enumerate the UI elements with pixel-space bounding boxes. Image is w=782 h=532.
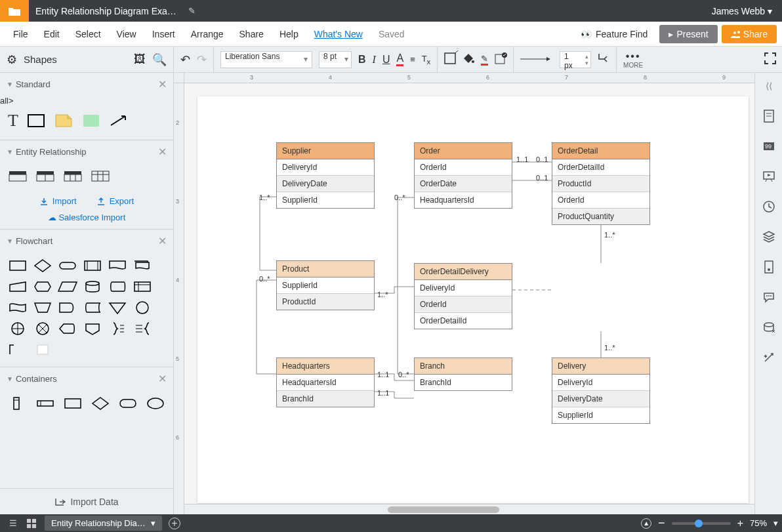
autoscroll-icon[interactable]: ▲	[641, 518, 651, 529]
fc-manual-op[interactable]	[33, 300, 52, 316]
fc-brace-r[interactable]	[108, 321, 127, 337]
more-button[interactable]: •••MORE	[623, 51, 643, 69]
footer-grid-icon[interactable]	[22, 516, 41, 531]
text-format-button[interactable]: Tx	[422, 54, 430, 66]
line-color-button[interactable]: ✎	[481, 54, 488, 66]
import-link[interactable]: Import	[39, 196, 77, 206]
salesforce-import-link[interactable]: ☁ Salesforce Import	[48, 213, 126, 222]
line-style-button[interactable]	[520, 54, 553, 64]
page-tab[interactable]: Entity Relationship Dia…▾	[45, 516, 162, 531]
fc-blank[interactable]	[33, 342, 52, 358]
magic-icon[interactable]	[761, 350, 777, 365]
present-button[interactable]: ▸ Present	[659, 25, 717, 43]
fc-data[interactable]	[58, 279, 77, 295]
zoom-dropdown-icon[interactable]: ▾	[773, 518, 778, 528]
close-icon[interactable]: ✕	[158, 235, 167, 247]
menu-file[interactable]: File	[5, 25, 36, 43]
entity-delivery[interactable]: DeliveryDeliveryIdDeliveryDateSupplierId	[552, 358, 650, 424]
folder-icon[interactable]	[0, 0, 29, 22]
menu-whatsnew[interactable]: What's New	[306, 25, 371, 43]
fc-tape[interactable]	[8, 300, 28, 316]
search-icon[interactable]: 🔍	[152, 52, 167, 67]
group-standard-label[interactable]: Standard	[16, 79, 51, 89]
fc-connector[interactable]	[133, 300, 152, 316]
data-icon[interactable]	[761, 259, 777, 275]
collapse-dock-icon[interactable]: ⟨⟨	[761, 78, 777, 94]
er-shape-3[interactable]	[63, 169, 83, 184]
footer-list-icon[interactable]: ☰	[4, 516, 22, 531]
underline-button[interactable]: U	[382, 54, 390, 66]
cont-6[interactable]	[146, 396, 165, 411]
tab-dropdown-icon[interactable]: ▾	[151, 518, 155, 528]
fill-button[interactable]	[463, 52, 474, 66]
history-icon[interactable]	[761, 199, 777, 215]
fc-offpage[interactable]	[83, 321, 102, 337]
font-select[interactable]: Liberation Sans▾	[220, 51, 312, 68]
cont-2[interactable]	[35, 396, 55, 411]
fc-direct-data[interactable]	[108, 279, 127, 295]
menu-insert[interactable]: Insert	[144, 25, 183, 43]
fc-process[interactable]	[8, 258, 28, 274]
fc-internal[interactable]	[133, 279, 152, 295]
text-color-button[interactable]: A	[396, 52, 403, 66]
text-shape[interactable]: T	[8, 111, 18, 131]
menu-select[interactable]: Select	[68, 25, 109, 43]
layers-icon[interactable]	[761, 229, 777, 245]
close-icon[interactable]: ✕	[158, 78, 167, 91]
comments-icon[interactable]: 99	[761, 138, 777, 154]
canvas-area[interactable]: 3 4 5 6 7 8 9 2 3 4 5 6 1..* 0..* 0..* 1…	[174, 73, 754, 514]
group-flowchart-label[interactable]: Flowchart	[16, 236, 52, 246]
zoom-slider[interactable]	[672, 522, 731, 525]
shapes-gear-icon[interactable]: ⚙	[7, 52, 17, 67]
zoom-in-button[interactable]: +	[737, 518, 743, 529]
linewidth-select[interactable]: 1 px▴▾	[560, 51, 591, 68]
entity-orderdetail[interactable]: OrderDetailOrderDetailIdProductIdOrderId…	[552, 142, 650, 225]
align-button[interactable]: ≡	[410, 54, 415, 64]
cont-4[interactable]	[91, 396, 110, 411]
entity-order[interactable]: OrderOrderIdOrderDateHeadquartersId	[414, 142, 512, 209]
fc-card[interactable]	[8, 342, 28, 358]
feature-find[interactable]: 👀Feature Find	[581, 29, 648, 39]
group-er-label[interactable]: Entity Relationship	[16, 147, 87, 157]
shape-border-button[interactable]	[444, 52, 456, 66]
shape-options-button[interactable]	[495, 52, 506, 66]
fc-multidoc[interactable]	[133, 258, 152, 274]
fc-delay[interactable]	[58, 300, 77, 316]
fc-document[interactable]	[108, 258, 127, 274]
entity-supplier[interactable]: SupplierDeliveryIdDeliveryDateSupplierId	[276, 142, 375, 209]
add-page-button[interactable]: +	[169, 518, 180, 529]
share-button[interactable]: Share	[722, 25, 777, 43]
import-data-button[interactable]: Import Data	[0, 488, 173, 514]
page-settings-icon[interactable]	[761, 108, 777, 124]
er-shape-4[interactable]	[91, 169, 110, 184]
document-title[interactable]: Entity Relationship Diagram Exa…	[29, 6, 183, 16]
fc-merge[interactable]	[108, 300, 127, 316]
group-containers-label[interactable]: Containers	[16, 374, 57, 384]
line-shape-button[interactable]	[598, 52, 609, 66]
menu-share[interactable]: Share	[232, 25, 272, 43]
fc-stored[interactable]	[83, 300, 102, 316]
zoom-out-button[interactable]: −	[658, 516, 665, 530]
export-link[interactable]: Export	[96, 196, 134, 206]
menu-edit[interactable]: Edit	[36, 25, 68, 43]
image-icon[interactable]: 🖼	[134, 52, 146, 66]
fc-database[interactable]	[83, 279, 102, 295]
note-shape[interactable]	[54, 113, 73, 129]
rename-icon[interactable]: ✎	[188, 6, 196, 16]
scrollbar-horizontal[interactable]	[184, 504, 754, 514]
fontsize-select[interactable]: 8 pt▾	[319, 51, 352, 68]
menu-help[interactable]: Help	[272, 25, 306, 43]
fc-or[interactable]	[8, 321, 28, 337]
diagram-page[interactable]: 1..* 0..* 0..* 1..1 0..1 0..1 1..* 1..1 …	[197, 96, 749, 503]
chat-icon[interactable]	[761, 289, 777, 305]
fc-preparation[interactable]	[33, 279, 52, 295]
er-shape-2[interactable]	[35, 169, 55, 184]
er-shape-1[interactable]	[8, 169, 28, 184]
fc-predefined[interactable]	[83, 258, 102, 274]
zoom-value[interactable]: 75%	[750, 518, 767, 528]
close-icon[interactable]: ✕	[158, 146, 167, 158]
arrow-shape[interactable]	[109, 113, 129, 129]
rect-shape[interactable]	[26, 113, 46, 129]
fc-display[interactable]	[58, 321, 77, 337]
entity-headquarters[interactable]: HeadquartersHeadquartersIdBranchId	[276, 358, 375, 407]
